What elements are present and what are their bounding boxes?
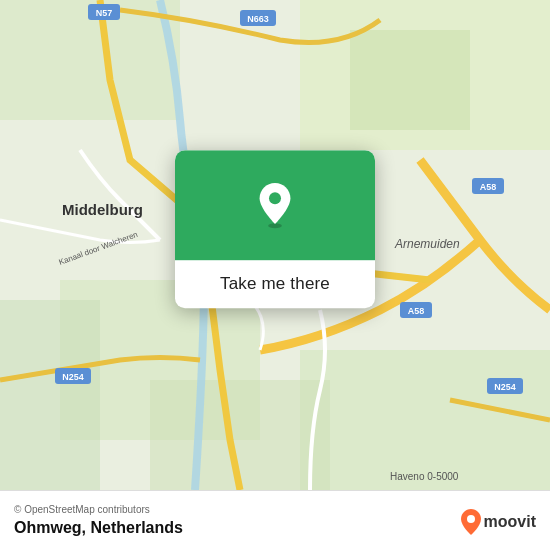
popup-button-area[interactable]: Take me there	[175, 260, 375, 308]
svg-text:N254: N254	[494, 382, 516, 392]
svg-text:N57: N57	[96, 8, 113, 18]
moovit-logo: moovit	[460, 508, 536, 536]
popup-green-area	[175, 150, 375, 260]
svg-point-28	[467, 515, 475, 523]
svg-rect-5	[0, 300, 100, 490]
popup-card[interactable]: Take me there	[175, 150, 375, 308]
moovit-pin-icon	[460, 508, 482, 536]
svg-rect-6	[300, 350, 550, 490]
map-container: N57 N663 N57 A58 A58 N254 N254 Middelbur…	[0, 0, 550, 490]
svg-text:A58: A58	[408, 306, 425, 316]
attribution-text: © OpenStreetMap contributors	[14, 504, 536, 515]
take-me-there-button[interactable]: Take me there	[220, 274, 330, 294]
svg-point-27	[269, 192, 281, 204]
svg-text:Middelburg: Middelburg	[62, 201, 143, 218]
location-pin-icon	[251, 181, 299, 229]
svg-rect-3	[350, 30, 470, 130]
location-name: Ohmweg, Netherlands	[14, 519, 536, 537]
svg-text:N254: N254	[62, 372, 84, 382]
svg-text:Arnemuiden: Arnemuiden	[394, 237, 460, 251]
bottom-bar: © OpenStreetMap contributors Ohmweg, Net…	[0, 490, 550, 550]
svg-text:A58: A58	[480, 182, 497, 192]
moovit-text: moovit	[484, 513, 536, 531]
svg-text:N663: N663	[247, 14, 269, 24]
svg-text:Haveno 0-5000: Haveno 0-5000	[390, 471, 459, 482]
